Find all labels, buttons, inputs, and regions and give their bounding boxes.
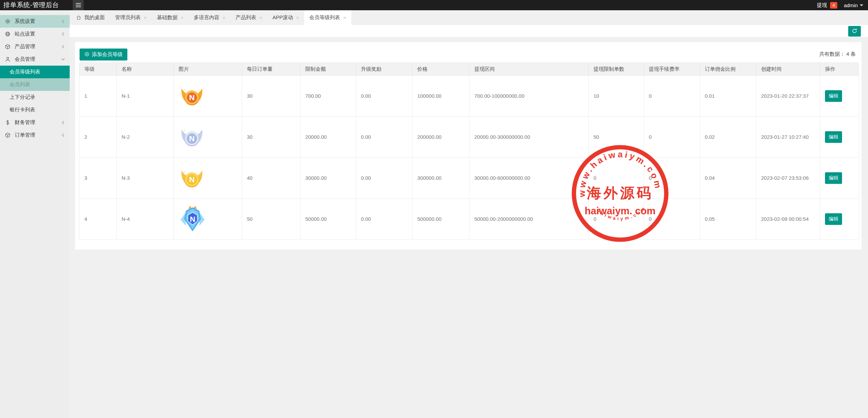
- column-header-名称: 名称: [117, 63, 174, 76]
- sidebar-item-label: 站点设置: [15, 31, 35, 37]
- cell-withdraw-range: 30000.00-600000000.00: [470, 158, 589, 199]
- sidebar-item-会员列表[interactable]: 会员列表: [0, 78, 70, 91]
- level-badge-image-gold-medal: N: [179, 174, 205, 180]
- column-header-提现区间: 提现区间: [470, 63, 589, 76]
- edit-button[interactable]: 编辑: [825, 172, 842, 184]
- cell-withdraw-limit-count: 0: [589, 158, 644, 199]
- level-badge-image-crystal-medal: N: [179, 215, 207, 221]
- sidebar-item-label: 系统设置: [15, 18, 35, 25]
- sidebar-item-订单管理[interactable]: 订单管理: [0, 129, 70, 141]
- sidebar-item-label: 订单管理: [15, 132, 35, 138]
- cell-order-commission-rate: 0.05: [700, 199, 756, 240]
- column-header-提现限制单数: 提现限制单数: [589, 63, 644, 76]
- sidebar-item-label: 会员管理: [15, 56, 35, 63]
- cell-name: N-3: [117, 158, 174, 199]
- tab-bar: 我的桌面管理员列表×基础数据×多语言内容×产品列表×APP滚动×会员等级列表×: [70, 10, 868, 25]
- tab-产品列表[interactable]: 产品列表×: [230, 10, 267, 25]
- sidebar-item-系统设置[interactable]: 系统设置: [0, 15, 70, 28]
- table-head: 等级名称图片每日订单量限制金额升级奖励价格提现区间提现限制单数提现手续费率订单佣…: [80, 63, 859, 76]
- cell-order-commission-rate: 0.02: [700, 117, 756, 158]
- level-badge-image-silver-medal: N: [179, 133, 205, 139]
- cell-image: N: [174, 76, 242, 117]
- sidebar-item-会员管理[interactable]: 会员管理: [0, 53, 70, 66]
- sidebar-item-站点设置[interactable]: 站点设置: [0, 28, 70, 40]
- tab-label: 会员等级列表: [309, 14, 340, 21]
- chevron-down-icon: [860, 4, 863, 6]
- gear-icon: [4, 18, 11, 25]
- tab-APP滚动[interactable]: APP滚动×: [267, 10, 304, 25]
- cell-created-at: 2023-02-07 23:53:06: [756, 158, 820, 199]
- cell-withdraw-range: 50000.00-2000000000.00: [470, 199, 589, 240]
- close-icon[interactable]: ×: [223, 15, 226, 20]
- cell-withdraw-fee-rate: 0: [644, 199, 700, 240]
- tab-label: 基础数据: [157, 14, 178, 21]
- cell-name: N-1: [117, 76, 174, 117]
- table-body: 1N-1N30700.000.00100000.00700.00-1000000…: [80, 76, 859, 240]
- tab-我的桌面[interactable]: 我的桌面: [71, 10, 110, 25]
- sidebar-item-产品管理[interactable]: 产品管理: [0, 40, 70, 53]
- close-icon[interactable]: ×: [296, 15, 299, 20]
- table-row-level-2: 2N-2N3020000.000.00200000.0020000.00-300…: [80, 117, 859, 158]
- chevron-down-icon: [61, 57, 65, 62]
- cell-limit-amount: 700.00: [300, 76, 356, 117]
- menu-toggle-button[interactable]: [73, 0, 84, 10]
- svg-text:N: N: [190, 215, 195, 224]
- cell-upgrade-reward: 0.00: [356, 199, 412, 240]
- cell-price: 200000.00: [412, 117, 470, 158]
- sidebar-item-银行卡列表[interactable]: 银行卡列表: [0, 104, 70, 116]
- svg-text:N: N: [189, 175, 195, 184]
- chevron-left-icon: [61, 120, 65, 125]
- cube-icon: [4, 132, 11, 138]
- tab-会员等级列表[interactable]: 会员等级列表×: [304, 10, 351, 25]
- add-button-label: 添加会员等级: [92, 51, 123, 58]
- cell-order-commission-rate: 0.01: [700, 76, 756, 117]
- app-title: 排单系统-管理后台: [3, 1, 70, 10]
- cell-withdraw-limit-count: 10: [589, 76, 644, 117]
- toolbar: [70, 25, 868, 38]
- edit-button[interactable]: 编辑: [825, 213, 842, 225]
- withdraw-link[interactable]: 提现: [817, 2, 827, 9]
- sidebar-item-会员等级列表[interactable]: 会员等级列表: [0, 66, 70, 78]
- cell-action: 编辑: [820, 158, 859, 199]
- close-icon[interactable]: ×: [181, 15, 184, 20]
- dollar-icon: [4, 120, 11, 126]
- header-right: 提现 4 admin: [817, 2, 863, 9]
- close-icon[interactable]: ×: [144, 15, 147, 20]
- user-menu[interactable]: admin: [844, 2, 863, 8]
- withdraw-count-badge[interactable]: 4: [830, 2, 837, 9]
- sidebar-item-上下分记录[interactable]: 上下分记录: [0, 91, 70, 104]
- sidebar-item-label: 会员列表: [10, 81, 30, 88]
- level-badge-image-orange-medal: N: [179, 92, 205, 98]
- close-icon[interactable]: ×: [343, 15, 346, 20]
- add-member-level-button[interactable]: 添加会员等级: [80, 49, 127, 60]
- cell-level: 3: [80, 158, 117, 199]
- edit-button[interactable]: 编辑: [825, 90, 842, 102]
- cell-upgrade-reward: 0.00: [356, 76, 412, 117]
- cell-image: N: [174, 199, 242, 240]
- home-icon: [76, 15, 81, 20]
- cell-action: 编辑: [820, 117, 859, 158]
- member-level-table: 等级名称图片每日订单量限制金额升级奖励价格提现区间提现限制单数提现手续费率订单佣…: [79, 63, 859, 240]
- tab-基础数据[interactable]: 基础数据×: [152, 10, 189, 25]
- svg-text:N: N: [189, 134, 195, 143]
- chevron-left-icon: [61, 19, 65, 24]
- cell-limit-amount: 30000.00: [300, 158, 356, 199]
- cell-withdraw-range: 20000.00-300000000.00: [470, 117, 589, 158]
- tab-多语言内容[interactable]: 多语言内容×: [189, 10, 231, 25]
- sidebar-item-label: 会员等级列表: [10, 69, 40, 75]
- sidebar-item-财务管理[interactable]: 财务管理: [0, 116, 70, 129]
- tab-label: APP滚动: [272, 14, 293, 21]
- tab-label: 我的桌面: [84, 14, 105, 21]
- cell-action: 编辑: [820, 199, 859, 240]
- column-header-订单佣金比例: 订单佣金比例: [700, 63, 756, 76]
- column-header-升级奖励: 升级奖励: [356, 63, 412, 76]
- close-icon[interactable]: ×: [259, 15, 262, 20]
- refresh-button[interactable]: [848, 26, 861, 37]
- tab-管理员列表[interactable]: 管理员列表×: [110, 10, 152, 25]
- cell-created-at: 2023-01-20 22:37:37: [756, 76, 820, 117]
- sidebar: 系统设置站点设置产品管理会员管理会员等级列表会员列表上下分记录银行卡列表财务管理…: [0, 10, 70, 418]
- cell-upgrade-reward: 0.00: [356, 117, 412, 158]
- edit-button[interactable]: 编辑: [825, 131, 842, 143]
- sidebar-item-label: 银行卡列表: [10, 107, 35, 113]
- total-count-text: 共有数据： 4 条: [819, 51, 856, 57]
